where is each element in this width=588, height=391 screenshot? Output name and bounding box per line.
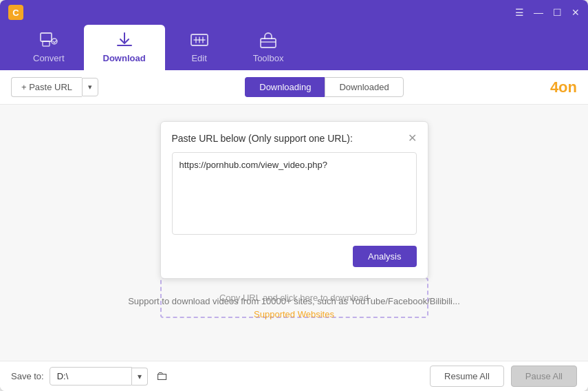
svg-rect-1 <box>43 41 50 46</box>
title-bar-left: C <box>8 5 23 20</box>
edit-icon <box>190 30 209 50</box>
toolbar-left: + Paste URL ▾ <box>11 77 98 97</box>
path-selector: ▾ <box>50 367 148 385</box>
save-to-label: Save to: <box>11 371 44 381</box>
analysis-button[interactable]: Analysis <box>353 246 416 267</box>
download-icon <box>115 30 134 50</box>
svg-rect-0 <box>41 33 52 41</box>
folder-browse-button[interactable]: 🗀 <box>153 368 171 385</box>
save-path-input[interactable] <box>50 367 132 385</box>
status-bar-left: Save to: ▾ 🗀 <box>11 367 171 385</box>
close-button[interactable]: ✕ <box>571 7 580 18</box>
maximize-button[interactable]: ☐ <box>553 7 562 18</box>
resume-all-button[interactable]: Resume All <box>430 366 504 387</box>
toolbox-icon <box>259 30 278 50</box>
url-dialog-close-button[interactable]: ✕ <box>408 133 417 144</box>
convert-tab-label: Convert <box>33 53 65 63</box>
tab-download[interactable]: Download <box>84 25 165 70</box>
status-bar: Save to: ▾ 🗀 Resume All Pause All <box>0 361 588 391</box>
tab-toolbox[interactable]: Toolbox <box>234 25 303 70</box>
paste-url-button[interactable]: + Paste URL <box>11 77 82 97</box>
supported-websites-link[interactable]: Supported Websites <box>0 309 588 319</box>
nav-tabs: Convert Download Edit <box>0 25 588 70</box>
content-area: Paste URL below (Only support one URL): … <box>0 105 588 361</box>
url-dialog: Paste URL below (Only support one URL): … <box>160 121 428 279</box>
url-dialog-header: Paste URL below (Only support one URL): … <box>172 133 417 144</box>
paste-url-dropdown-button[interactable]: ▾ <box>82 78 98 96</box>
edit-tab-label: Edit <box>191 53 206 63</box>
tab-edit[interactable]: Edit <box>165 25 234 70</box>
pause-all-button: Pause All <box>511 366 577 387</box>
sub-tab-group: Downloading Downloaded <box>245 77 403 97</box>
info-section: Support to download videos from 10000+ s… <box>0 296 588 319</box>
sub-tab-downloading[interactable]: Downloading <box>245 77 325 97</box>
path-dropdown-button[interactable]: ▾ <box>132 368 148 385</box>
status-bar-right: Resume All Pause All <box>430 366 577 387</box>
svg-rect-8 <box>261 39 276 47</box>
url-input[interactable] <box>172 152 417 235</box>
convert-icon <box>39 30 58 50</box>
app-icon: C <box>8 5 23 20</box>
sub-tab-downloaded[interactable]: Downloaded <box>325 77 403 97</box>
minimize-button[interactable]: — <box>534 7 543 18</box>
app-window: C ☰ — ☐ ✕ Convert Download <box>0 0 588 391</box>
title-bar: C ☰ — ☐ ✕ <box>0 0 588 25</box>
url-dialog-title: Paste URL below (Only support one URL): <box>172 133 353 144</box>
url-dialog-footer: Analysis <box>172 246 417 267</box>
toolbox-tab-label: Toolbox <box>253 53 284 63</box>
logo-4on: 4on <box>550 78 577 96</box>
download-tab-label: Download <box>103 53 146 63</box>
menu-icon[interactable]: ☰ <box>515 7 524 18</box>
toolbar-right: 4on <box>550 78 577 96</box>
title-bar-controls: ☰ — ☐ ✕ <box>515 7 580 18</box>
support-text: Support to download videos from 10000+ s… <box>0 296 588 306</box>
toolbar: + Paste URL ▾ Downloading Downloaded 4on <box>0 70 588 105</box>
tab-convert[interactable]: Convert <box>14 25 84 70</box>
